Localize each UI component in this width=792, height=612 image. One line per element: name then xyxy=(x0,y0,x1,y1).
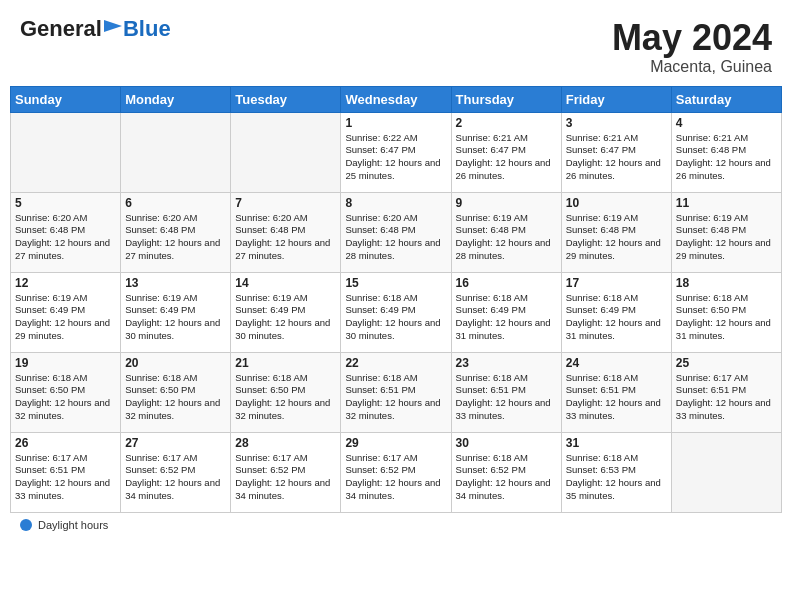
day-number: 29 xyxy=(345,436,446,450)
day-number: 18 xyxy=(676,276,777,290)
week-row-3: 12Sunrise: 6:19 AMSunset: 6:49 PMDayligh… xyxy=(11,272,782,352)
day-cell-2: 2Sunrise: 6:21 AMSunset: 6:47 PMDaylight… xyxy=(451,112,561,192)
week-row-1: 1Sunrise: 6:22 AMSunset: 6:47 PMDaylight… xyxy=(11,112,782,192)
day-number: 2 xyxy=(456,116,557,130)
day-cell-3: 3Sunrise: 6:21 AMSunset: 6:47 PMDaylight… xyxy=(561,112,671,192)
day-info: Sunrise: 6:19 AMSunset: 6:49 PMDaylight:… xyxy=(235,292,336,343)
day-number: 19 xyxy=(15,356,116,370)
day-number: 14 xyxy=(235,276,336,290)
day-info: Sunrise: 6:19 AMSunset: 6:48 PMDaylight:… xyxy=(566,212,667,263)
day-info: Sunrise: 6:18 AMSunset: 6:49 PMDaylight:… xyxy=(456,292,557,343)
month-title: May 2024 xyxy=(612,18,772,58)
day-info: Sunrise: 6:18 AMSunset: 6:53 PMDaylight:… xyxy=(566,452,667,503)
day-number: 22 xyxy=(345,356,446,370)
day-info: Sunrise: 6:21 AMSunset: 6:47 PMDaylight:… xyxy=(566,132,667,183)
day-number: 28 xyxy=(235,436,336,450)
logo-blue-text: Blue xyxy=(123,18,171,40)
week-row-5: 26Sunrise: 6:17 AMSunset: 6:51 PMDayligh… xyxy=(11,432,782,512)
day-number: 20 xyxy=(125,356,226,370)
day-cell-16: 16Sunrise: 6:18 AMSunset: 6:49 PMDayligh… xyxy=(451,272,561,352)
day-number: 13 xyxy=(125,276,226,290)
day-info: Sunrise: 6:18 AMSunset: 6:49 PMDaylight:… xyxy=(345,292,446,343)
logo-general-text: General xyxy=(20,18,102,40)
logo: General Blue xyxy=(20,18,171,40)
day-info: Sunrise: 6:19 AMSunset: 6:49 PMDaylight:… xyxy=(15,292,116,343)
empty-cell xyxy=(11,112,121,192)
col-header-monday: Monday xyxy=(121,86,231,112)
day-cell-18: 18Sunrise: 6:18 AMSunset: 6:50 PMDayligh… xyxy=(671,272,781,352)
col-header-thursday: Thursday xyxy=(451,86,561,112)
day-cell-8: 8Sunrise: 6:20 AMSunset: 6:48 PMDaylight… xyxy=(341,192,451,272)
day-info: Sunrise: 6:18 AMSunset: 6:50 PMDaylight:… xyxy=(235,372,336,423)
day-number: 11 xyxy=(676,196,777,210)
day-cell-14: 14Sunrise: 6:19 AMSunset: 6:49 PMDayligh… xyxy=(231,272,341,352)
page: General Blue May 2024 Macenta, Guinea Su… xyxy=(0,0,792,612)
empty-cell xyxy=(121,112,231,192)
day-number: 16 xyxy=(456,276,557,290)
day-cell-15: 15Sunrise: 6:18 AMSunset: 6:49 PMDayligh… xyxy=(341,272,451,352)
footer: Daylight hours xyxy=(10,513,782,533)
day-info: Sunrise: 6:17 AMSunset: 6:52 PMDaylight:… xyxy=(235,452,336,503)
day-number: 9 xyxy=(456,196,557,210)
day-number: 27 xyxy=(125,436,226,450)
header: General Blue May 2024 Macenta, Guinea xyxy=(10,10,782,82)
day-cell-20: 20Sunrise: 6:18 AMSunset: 6:50 PMDayligh… xyxy=(121,352,231,432)
day-number: 21 xyxy=(235,356,336,370)
day-number: 7 xyxy=(235,196,336,210)
day-info: Sunrise: 6:21 AMSunset: 6:48 PMDaylight:… xyxy=(676,132,777,183)
week-row-2: 5Sunrise: 6:20 AMSunset: 6:48 PMDaylight… xyxy=(11,192,782,272)
day-info: Sunrise: 6:19 AMSunset: 6:48 PMDaylight:… xyxy=(676,212,777,263)
footer-dot-icon xyxy=(20,519,32,531)
week-row-4: 19Sunrise: 6:18 AMSunset: 6:50 PMDayligh… xyxy=(11,352,782,432)
day-info: Sunrise: 6:18 AMSunset: 6:50 PMDaylight:… xyxy=(125,372,226,423)
day-number: 31 xyxy=(566,436,667,450)
day-info: Sunrise: 6:20 AMSunset: 6:48 PMDaylight:… xyxy=(235,212,336,263)
day-info: Sunrise: 6:22 AMSunset: 6:47 PMDaylight:… xyxy=(345,132,446,183)
day-cell-13: 13Sunrise: 6:19 AMSunset: 6:49 PMDayligh… xyxy=(121,272,231,352)
day-info: Sunrise: 6:18 AMSunset: 6:51 PMDaylight:… xyxy=(456,372,557,423)
day-cell-26: 26Sunrise: 6:17 AMSunset: 6:51 PMDayligh… xyxy=(11,432,121,512)
empty-cell xyxy=(671,432,781,512)
col-header-sunday: Sunday xyxy=(11,86,121,112)
day-cell-17: 17Sunrise: 6:18 AMSunset: 6:49 PMDayligh… xyxy=(561,272,671,352)
calendar-header-row: SundayMondayTuesdayWednesdayThursdayFrid… xyxy=(11,86,782,112)
day-cell-31: 31Sunrise: 6:18 AMSunset: 6:53 PMDayligh… xyxy=(561,432,671,512)
day-number: 10 xyxy=(566,196,667,210)
day-number: 4 xyxy=(676,116,777,130)
day-info: Sunrise: 6:18 AMSunset: 6:51 PMDaylight:… xyxy=(345,372,446,423)
day-cell-21: 21Sunrise: 6:18 AMSunset: 6:50 PMDayligh… xyxy=(231,352,341,432)
day-info: Sunrise: 6:17 AMSunset: 6:52 PMDaylight:… xyxy=(345,452,446,503)
day-info: Sunrise: 6:20 AMSunset: 6:48 PMDaylight:… xyxy=(125,212,226,263)
day-cell-23: 23Sunrise: 6:18 AMSunset: 6:51 PMDayligh… xyxy=(451,352,561,432)
day-cell-6: 6Sunrise: 6:20 AMSunset: 6:48 PMDaylight… xyxy=(121,192,231,272)
day-cell-25: 25Sunrise: 6:17 AMSunset: 6:51 PMDayligh… xyxy=(671,352,781,432)
day-number: 15 xyxy=(345,276,446,290)
footer-label: Daylight hours xyxy=(38,519,108,531)
day-cell-29: 29Sunrise: 6:17 AMSunset: 6:52 PMDayligh… xyxy=(341,432,451,512)
day-info: Sunrise: 6:17 AMSunset: 6:51 PMDaylight:… xyxy=(676,372,777,423)
day-info: Sunrise: 6:18 AMSunset: 6:51 PMDaylight:… xyxy=(566,372,667,423)
day-number: 5 xyxy=(15,196,116,210)
col-header-saturday: Saturday xyxy=(671,86,781,112)
day-cell-11: 11Sunrise: 6:19 AMSunset: 6:48 PMDayligh… xyxy=(671,192,781,272)
day-cell-28: 28Sunrise: 6:17 AMSunset: 6:52 PMDayligh… xyxy=(231,432,341,512)
day-cell-12: 12Sunrise: 6:19 AMSunset: 6:49 PMDayligh… xyxy=(11,272,121,352)
day-cell-19: 19Sunrise: 6:18 AMSunset: 6:50 PMDayligh… xyxy=(11,352,121,432)
col-header-tuesday: Tuesday xyxy=(231,86,341,112)
day-number: 12 xyxy=(15,276,116,290)
day-info: Sunrise: 6:18 AMSunset: 6:52 PMDaylight:… xyxy=(456,452,557,503)
location: Macenta, Guinea xyxy=(612,58,772,76)
empty-cell xyxy=(231,112,341,192)
day-number: 30 xyxy=(456,436,557,450)
day-cell-9: 9Sunrise: 6:19 AMSunset: 6:48 PMDaylight… xyxy=(451,192,561,272)
day-info: Sunrise: 6:20 AMSunset: 6:48 PMDaylight:… xyxy=(345,212,446,263)
day-cell-24: 24Sunrise: 6:18 AMSunset: 6:51 PMDayligh… xyxy=(561,352,671,432)
day-number: 24 xyxy=(566,356,667,370)
col-header-friday: Friday xyxy=(561,86,671,112)
day-cell-1: 1Sunrise: 6:22 AMSunset: 6:47 PMDaylight… xyxy=(341,112,451,192)
day-number: 25 xyxy=(676,356,777,370)
day-cell-30: 30Sunrise: 6:18 AMSunset: 6:52 PMDayligh… xyxy=(451,432,561,512)
day-cell-4: 4Sunrise: 6:21 AMSunset: 6:48 PMDaylight… xyxy=(671,112,781,192)
day-number: 1 xyxy=(345,116,446,130)
day-info: Sunrise: 6:18 AMSunset: 6:50 PMDaylight:… xyxy=(676,292,777,343)
